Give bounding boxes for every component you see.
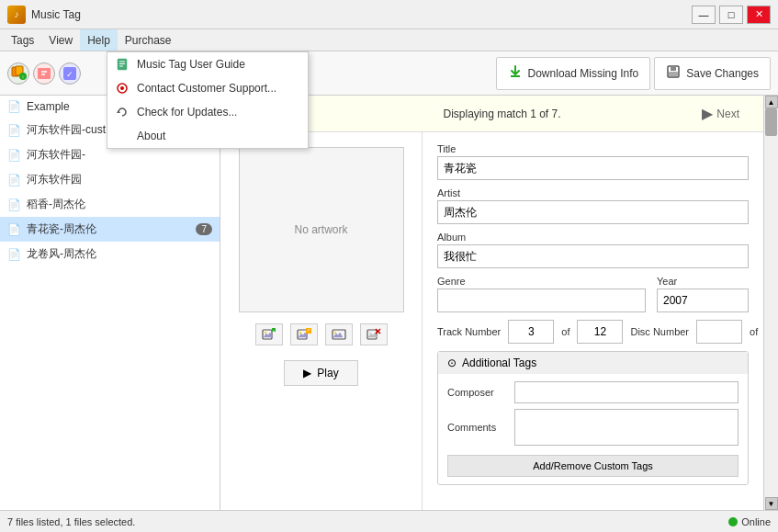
sidebar-item-4[interactable]: 📄 稻香-周杰伦: [0, 192, 220, 217]
tag-form: Title Artist Album Genre: [423, 132, 763, 510]
play-icon: ▶: [303, 367, 311, 379]
menu-view[interactable]: View: [41, 29, 80, 51]
play-label: Play: [317, 367, 338, 379]
split-content: No artwork +: [220, 132, 763, 510]
menu-purchase[interactable]: Purchase: [118, 29, 179, 51]
download-missing-info-button[interactable]: Download Missing Info: [496, 57, 651, 90]
toolbar-icon-3: ✓: [59, 62, 81, 85]
add-remove-custom-tags-button[interactable]: Add/Remove Custom Tags: [447, 455, 739, 477]
sidebar-item-label: 青花瓷-周杰伦: [27, 221, 96, 237]
svg-text:↑: ↑: [22, 74, 25, 80]
album-label: Album: [437, 232, 749, 243]
year-label: Year: [657, 276, 749, 287]
save-btn-label: Save Changes: [686, 67, 759, 80]
sidebar-item-label: 河东软件园-cust: [27, 122, 106, 138]
sidebar-item-3[interactable]: 📄 河东软件园: [0, 167, 220, 192]
main-area: 📄 Example 📄 河东软件园-cust 📄 河东软件园- 📄 河东软件园 …: [0, 96, 778, 510]
title-label: Title: [437, 143, 749, 154]
disc-number-input[interactable]: [696, 320, 742, 344]
additional-tags-section: ⊙ Additional Tags Composer Comments Add/…: [437, 351, 749, 485]
svg-point-35: [368, 332, 370, 334]
scroll-thumb[interactable]: [765, 108, 777, 136]
headset-icon: [115, 81, 130, 96]
composer-label: Composer: [447, 387, 507, 398]
app-title: Music Tag: [31, 8, 81, 21]
window-controls: — □ ✕: [692, 6, 771, 24]
next-label: Next: [716, 108, 739, 120]
match-display: Displaying match 1 of 7.: [326, 108, 679, 120]
file-icon: 📄: [7, 100, 21, 113]
menu-help[interactable]: Help: [80, 29, 118, 51]
status-text: 7 files listed, 1 files selected.: [7, 516, 135, 527]
file-icon: 📄: [7, 149, 21, 162]
online-indicator: [728, 517, 738, 526]
next-button[interactable]: ▶ Next: [693, 101, 749, 126]
artist-input[interactable]: [437, 200, 749, 224]
composer-input[interactable]: [514, 381, 739, 403]
sidebar-item-label: 龙卷风-周杰伦: [27, 246, 96, 262]
menu-bar: Tags View Help Purchase Music Tag User G…: [0, 29, 778, 51]
svg-point-32: [333, 332, 335, 334]
help-about-item[interactable]: About: [107, 124, 308, 148]
help-updates-item[interactable]: Check for Updates...: [107, 100, 308, 124]
album-input[interactable]: [437, 244, 749, 268]
track-of-label: of: [561, 326, 569, 337]
scrollbar[interactable]: ▲ ▼: [763, 96, 778, 510]
sidebar-item-label: 河东软件园-: [27, 147, 85, 163]
track-total-input[interactable]: [577, 320, 623, 344]
download-icon: [508, 64, 523, 82]
user-guide-label: Music Tag User Guide: [137, 58, 245, 71]
item-badge: 7: [196, 223, 212, 235]
artwork-display: No artwork: [239, 147, 404, 312]
maximize-button[interactable]: □: [719, 6, 743, 24]
about-label: About: [137, 130, 165, 142]
sidebar-item-label: 稻香-周杰伦: [27, 197, 85, 212]
toolbar-icon-2: [33, 62, 55, 85]
track-number-label: Track Number: [437, 326, 501, 337]
minimize-button[interactable]: —: [692, 6, 716, 24]
edit-artwork-button[interactable]: [290, 323, 318, 345]
online-text: Online: [741, 516, 771, 527]
track-number-row: Track Number of Disc Number of: [437, 320, 749, 344]
help-user-guide-item[interactable]: Music Tag User Guide: [107, 52, 308, 76]
disc-number-label: Disc Number: [630, 326, 689, 337]
support-label: Contact Customer Support...: [137, 82, 276, 95]
add-artwork-button[interactable]: +: [255, 323, 283, 345]
disc-of-label: of: [750, 326, 758, 337]
scroll-up-button[interactable]: ▲: [765, 96, 778, 108]
additional-tags-label: Additional Tags: [462, 357, 536, 369]
scroll-down-button[interactable]: ▼: [765, 497, 778, 510]
svg-rect-11: [38, 68, 51, 79]
right-arrow-icon: ▶: [702, 105, 713, 122]
close-button[interactable]: ✕: [747, 6, 771, 24]
status-bar: 7 files listed, 1 files selected. Online: [0, 510, 778, 532]
svg-marker-6: [117, 110, 120, 113]
help-support-item[interactable]: Contact Customer Support...: [107, 76, 308, 100]
save-changes-button[interactable]: Save Changes: [654, 57, 771, 90]
svg-point-5: [120, 86, 124, 90]
delete-artwork-button[interactable]: [360, 323, 388, 345]
update-icon: [115, 105, 130, 119]
view-artwork-button[interactable]: [325, 323, 353, 345]
title-bar: ♪ Music Tag — □ ✕: [0, 0, 778, 29]
sidebar-item-label: 河东软件园: [27, 172, 82, 187]
svg-rect-28: [306, 328, 311, 334]
title-field-group: Title: [437, 143, 749, 180]
title-input[interactable]: [437, 156, 749, 180]
about-icon: [115, 129, 130, 143]
comments-input[interactable]: [514, 409, 739, 446]
app-icon: ♪: [7, 6, 26, 24]
genre-input[interactable]: [437, 289, 646, 312]
sidebar: 📄 Example 📄 河东软件园-cust 📄 河东软件园- 📄 河东软件园 …: [0, 96, 220, 510]
menu-tags[interactable]: Tags: [4, 29, 41, 51]
play-button[interactable]: ▶ Play: [284, 360, 357, 386]
file-icon: 📄: [7, 174, 21, 187]
svg-point-27: [299, 332, 300, 334]
year-input[interactable]: [657, 289, 749, 312]
track-number-input[interactable]: [508, 320, 554, 344]
sidebar-item-6[interactable]: 📄 龙卷风-周杰伦: [0, 242, 220, 266]
no-artwork-text: No artwork: [294, 223, 347, 236]
sidebar-item-5[interactable]: 📄 青花瓷-周杰伦 7: [0, 217, 220, 242]
svg-text:✓: ✓: [66, 70, 73, 79]
additional-tags-header[interactable]: ⊙ Additional Tags: [438, 352, 748, 374]
